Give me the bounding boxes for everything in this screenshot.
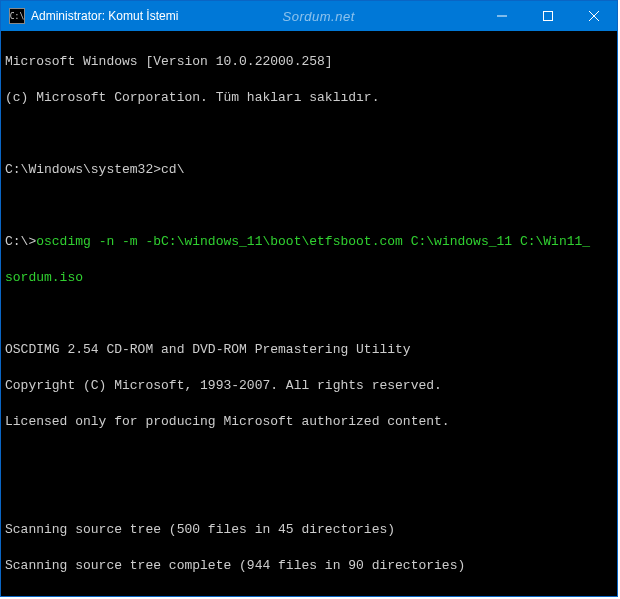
maximize-button[interactable]: [525, 1, 571, 31]
blank-line: [5, 449, 613, 467]
blank-line: [5, 197, 613, 215]
command-text: oscdimg -n -m -bC:\windows_11\boot\etfsb…: [36, 234, 590, 249]
close-icon: [589, 11, 599, 21]
command-text: sordum.iso: [5, 269, 613, 287]
prompt-line: C:\>oscdimg -n -m -bC:\windows_11\boot\e…: [5, 233, 613, 251]
titlebar[interactable]: C:\ Administrator: Komut İstemi Sordum.n…: [1, 1, 617, 31]
cmd-icon: C:\: [9, 8, 25, 24]
minimize-icon: [497, 11, 507, 21]
close-button[interactable]: [571, 1, 617, 31]
terminal-output[interactable]: Microsoft Windows [Version 10.0.22000.25…: [1, 31, 617, 596]
blank-line: [5, 305, 613, 323]
output-line: OSCDIMG 2.54 CD-ROM and DVD-ROM Premaste…: [5, 341, 613, 359]
window-title: Administrator: Komut İstemi: [31, 9, 178, 23]
output-line: Licensed only for producing Microsoft au…: [5, 413, 613, 431]
maximize-icon: [543, 11, 553, 21]
blank-line: [5, 125, 613, 143]
svg-rect-1: [544, 12, 553, 21]
prompt-path: C:\>: [5, 234, 36, 249]
prompt-path: C:\Windows\system32>: [5, 162, 161, 177]
command-text: cd\: [161, 162, 184, 177]
minimize-button[interactable]: [479, 1, 525, 31]
watermark-text: Sordum.net: [178, 9, 479, 24]
output-line: (c) Microsoft Corporation. Tüm hakları s…: [5, 89, 613, 107]
window-controls: [479, 1, 617, 31]
output-line: Scanning source tree (500 files in 45 di…: [5, 521, 613, 539]
output-line: Copyright (C) Microsoft, 1993-2007. All …: [5, 377, 613, 395]
prompt-line: C:\Windows\system32>cd\: [5, 161, 613, 179]
blank-line: [5, 593, 613, 596]
blank-line: [5, 485, 613, 503]
command-prompt-window: C:\ Administrator: Komut İstemi Sordum.n…: [0, 0, 618, 597]
output-line: Scanning source tree complete (944 files…: [5, 557, 613, 575]
output-line: Microsoft Windows [Version 10.0.22000.25…: [5, 53, 613, 71]
